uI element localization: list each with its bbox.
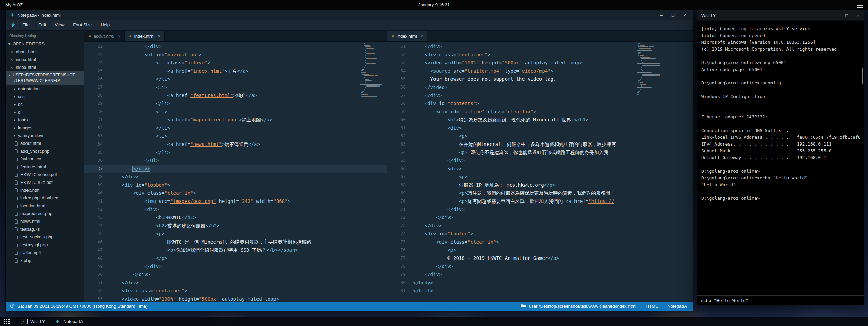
notepada-titlebar[interactable]: NotepadA - index.html – □ × [6,10,693,20]
file-trailer.mp4[interactable]: trailer.mp4 [6,249,84,256]
code-line: 23 <ul id="navigation"> [84,51,387,59]
file-mapredirect.php[interactable]: mapredirect.php [6,210,84,217]
clock-icon [10,303,15,309]
os-app-name[interactable]: My ArOZ [0,2,23,7]
maximize-button[interactable]: □ [841,13,852,18]
tab-index.html[interactable]: <>index.html× [387,31,427,41]
file-HKWTC notice.pdf[interactable]: HKWTC notice.pdf [6,171,84,178]
scrollbar-thumb[interactable] [862,68,863,84]
minimap[interactable] [637,43,660,96]
code-editor-right[interactable]: 51 </div>52 <div class="container">53 <v… [387,42,693,302]
line-number: 63 [387,140,410,148]
file-favicon.ico[interactable]: favicon.ico [6,155,84,163]
close-icon[interactable]: × [11,65,13,70]
start-menu-button[interactable] [4,319,10,324]
code-line: 73 </div> [387,222,693,230]
code-line: 37 </div> [84,165,387,173]
file-icon [15,235,18,239]
file-teabag.7z[interactable]: teabag.7z [6,225,84,233]
menu-font-size[interactable]: Font Size [69,20,96,30]
taskbar-item-notepada[interactable]: NotepadA [55,319,83,324]
file-x.php[interactable]: x.php [6,256,84,264]
terminal-output[interactable]: [info] Connecting to arozos WsTTY servic… [697,21,864,295]
menu-file[interactable]: File [18,20,34,30]
close-icon[interactable]: × [118,34,120,38]
file-add_vhost.php[interactable]: add_vhost.php [6,147,84,155]
menu-view[interactable]: View [50,20,69,30]
close-button[interactable]: × [679,13,690,18]
line-number: 34 [84,140,107,148]
line-number: 53 [84,295,107,302]
code-line: 34 <a href="news.html">玩家傳送門</a> [84,140,387,148]
minimap[interactable] [360,43,383,97]
tab-about.html[interactable]: <>about.html× [84,31,125,41]
file-about.html[interactable]: about.html [6,139,84,147]
file-index.php_disabled[interactable]: index.php_disabled [6,194,84,202]
close-icon[interactable]: × [158,34,160,38]
line-number: 42 [84,205,107,213]
terminal-input[interactable]: echo "Hello World" [697,295,864,305]
close-icon[interactable]: × [11,58,13,62]
wstty-window: WsTTY – □ × [info] Connecting to arozos … [697,10,864,305]
code-line: 59 <div id="tagline" class="clearfix"> [387,108,693,116]
folder-autostation[interactable]: ▸autostation [6,85,84,93]
minimize-button[interactable]: – [829,13,841,18]
workspace-folder-header[interactable]: ▾USER:/DESKTOP/SCREENSHOT /TEST/WWW CLEA… [6,71,84,85]
file-name: HKWTC notice.pdf [20,172,57,177]
file-testmysql.php[interactable]: testmysql.php [6,241,84,249]
file-icon [15,188,18,192]
code-editor-left[interactable]: 22 </div>23 <ul id="navigation">24 <li c… [84,42,387,302]
line-number: 78 [387,262,410,270]
folder-dl[interactable]: ▸dl [6,108,84,116]
file-name: news.html [20,219,40,224]
wstty-titlebar[interactable]: WsTTY – □ × [697,10,864,21]
code-line: 30 <li> [84,108,387,116]
file-features.html[interactable]: features.html [6,163,84,171]
folder-images[interactable]: ▸images [6,124,84,132]
file-test_sockets.php[interactable]: test_sockets.php [6,233,84,241]
line-number: 51 [84,279,107,287]
close-icon[interactable]: × [11,50,13,54]
file-name: about.html [16,49,36,54]
taskbar: >_ WsTTY NotepadA [0,317,868,326]
folder-yamiyamilevi[interactable]: ▸yamiyamilevi [6,132,84,139]
terminal-line: Link-local IPv6 Address . . . . . : fe80… [701,134,860,141]
open-editor-index.html[interactable]: ×index.html [6,56,84,63]
file-icon [15,173,18,177]
code-line: 42 <div> [84,205,387,213]
line-number: 33 [84,132,107,140]
line-number: 39 [84,181,107,189]
file-location.html[interactable]: location.html [6,202,84,210]
code-line: 66 <div> [387,165,693,173]
file-news.html[interactable]: news.html [6,217,84,225]
close-icon[interactable]: × [421,34,423,38]
open-editor-index.html[interactable]: ×index.html [6,63,84,71]
menu-edit[interactable]: Edit [34,20,50,30]
folder-css[interactable]: ▸css [6,93,84,100]
file-name: favicon.ico [20,156,41,161]
open-editors-section[interactable]: ▾ OPEN EDITORS [6,40,84,48]
statusbar-language[interactable]: HTML [646,304,658,309]
taskbar-label-notepada: NotepadA [63,319,83,324]
menu-help[interactable]: Help [96,20,114,30]
hamburger-menu-icon[interactable] [857,3,863,9]
code-line: 75 <div class="clearfix"> [387,238,693,246]
minimize-button[interactable]: – [656,13,667,18]
chevron-right-icon: ▸ [14,102,16,106]
line-number: 66 [387,165,410,173]
folder-fonts[interactable]: ▸fonts [6,116,84,124]
tab-index.html[interactable]: <>index.html× [125,31,165,41]
file-name: index.html [20,188,40,193]
code-line: 62 <p> [387,132,693,140]
close-button[interactable]: × [852,13,864,18]
file-index.html[interactable]: index.html [6,186,84,194]
indent-guide [133,51,133,173]
maximize-button[interactable]: □ [667,13,679,18]
file-icon [15,251,18,255]
code-line: 38 </div> [84,173,387,181]
terminal-line: D:\golang\aroz online> [701,195,860,202]
open-editor-about.html[interactable]: ×about.html [6,48,84,56]
taskbar-item-wstty[interactable]: >_ WsTTY [21,319,45,324]
file-HKWTC rule.pdf[interactable]: HKWTC rule.pdf [6,178,84,186]
folder-dc[interactable]: ▸dc [6,100,84,108]
